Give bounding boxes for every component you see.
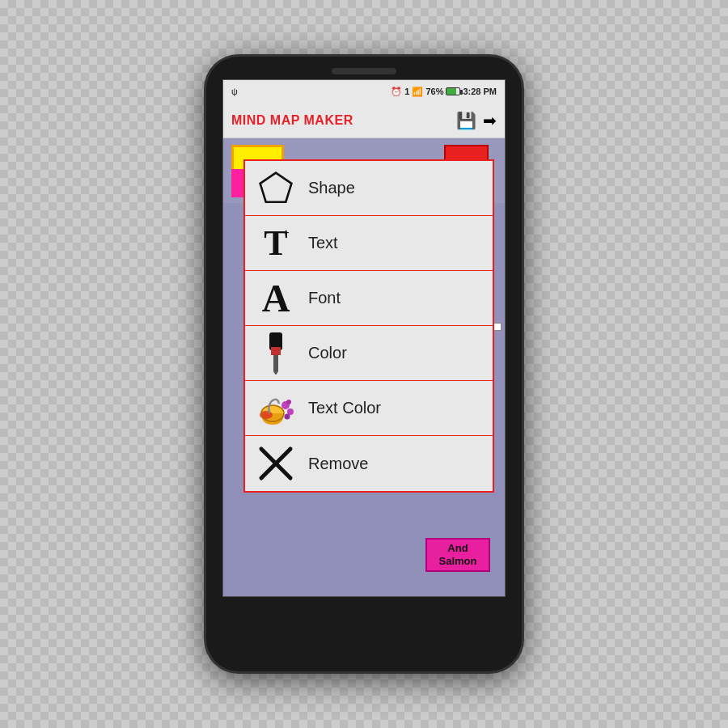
- map-node-red[interactable]: [444, 145, 489, 161]
- font-a-icon: A: [262, 276, 290, 320]
- bottom-node-line1: And: [447, 542, 468, 554]
- menu-item-text[interactable]: T + Text: [245, 216, 493, 271]
- menu-item-shape[interactable]: Shape: [245, 161, 493, 216]
- svg-point-11: [286, 400, 291, 404]
- remove-icon-area: [253, 446, 298, 481]
- bottom-node-line2: Salmon: [439, 555, 477, 567]
- usb-icon: ψ: [231, 87, 238, 96]
- color-label: Color: [308, 344, 347, 362]
- text-plus-icon: +: [283, 227, 290, 239]
- menu-item-textcolor[interactable]: Text Color: [245, 381, 493, 436]
- text-icon-area: T +: [253, 226, 298, 261]
- svg-rect-3: [273, 355, 278, 371]
- status-left: ψ: [231, 87, 238, 96]
- battery-percent: 76%: [425, 87, 443, 96]
- svg-rect-2: [271, 347, 281, 355]
- text-label: Text: [308, 234, 338, 252]
- phone-speaker: [332, 68, 396, 74]
- context-menu: Shape T + Text A Font: [243, 159, 494, 493]
- text-t-icon: T +: [264, 226, 287, 261]
- phone-screen: ψ ⏰ 1 📶 76% 3:28 PM MIND MAP MAKER 💾 ➡ S…: [222, 79, 506, 597]
- shape-icon-area: [253, 171, 298, 206]
- svg-marker-0: [260, 172, 292, 201]
- shape-label: Shape: [308, 179, 355, 197]
- notification-badge: 1: [404, 87, 409, 96]
- font-label: Font: [308, 289, 341, 307]
- color-icon-area: [253, 332, 298, 375]
- textcolor-icon-area: [253, 387, 298, 430]
- font-icon-area: A: [253, 276, 298, 320]
- pentagon-icon: [258, 171, 294, 206]
- phone-device: ψ ⏰ 1 📶 76% 3:28 PM MIND MAP MAKER 💾 ➡ S…: [206, 57, 522, 671]
- remove-label: Remove: [308, 455, 368, 473]
- status-right: ⏰ 1 📶 76% 3:28 PM: [391, 87, 497, 97]
- svg-point-10: [285, 413, 290, 419]
- menu-item-font[interactable]: A Font: [245, 271, 493, 326]
- signal-icon: 📶: [412, 87, 423, 97]
- status-bar: ψ ⏰ 1 📶 76% 3:28 PM: [223, 80, 505, 103]
- textcolor-bucket-icon: [255, 387, 297, 430]
- menu-item-remove[interactable]: Remove: [245, 436, 493, 491]
- svg-marker-4: [273, 371, 278, 375]
- export-icon[interactable]: ➡: [483, 111, 497, 130]
- save-icon[interactable]: 💾: [456, 111, 476, 130]
- textcolor-label: Text Color: [308, 399, 381, 417]
- app-header: MIND MAP MAKER 💾 ➡: [223, 103, 505, 138]
- alarm-icon: ⏰: [391, 87, 402, 97]
- battery-icon: [446, 87, 460, 95]
- paintbrush-icon: [258, 332, 294, 375]
- app-title: MIND MAP MAKER: [231, 113, 450, 128]
- scroll-indicator[interactable]: [493, 323, 502, 331]
- time-display: 3:28 PM: [463, 87, 497, 96]
- bottom-node[interactable]: And Salmon: [425, 538, 490, 572]
- x-icon: [258, 446, 294, 481]
- menu-item-color[interactable]: Color: [245, 326, 493, 381]
